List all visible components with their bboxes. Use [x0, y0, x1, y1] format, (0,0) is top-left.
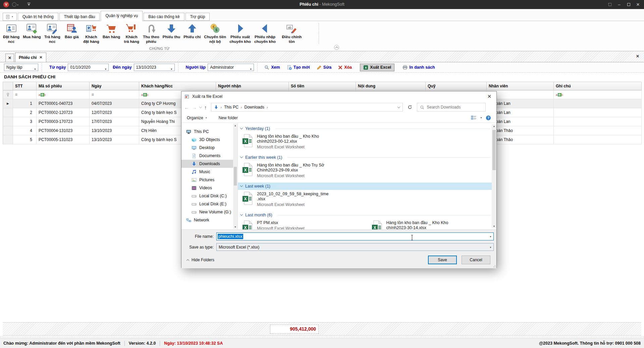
ribbon-item-phiếu-nhập-chuyển-kho[interactable]: Phiếu nhập chuyển kho [253, 23, 277, 44]
file-item[interactable]: XPT PM.xlsxMicrosoft Excel Worksheet [238, 219, 367, 229]
file-item[interactable]: XHàng tồn kho ban đầu _ Kho Khochính2023… [238, 132, 367, 154]
table-cell[interactable]: 12/07/2023 [90, 108, 139, 117]
table-cell[interactable]: PCT00004-131023 [37, 126, 90, 135]
creator-combo[interactable]: Administrator [208, 64, 254, 71]
table-cell[interactable]: 13/10/2023 [90, 135, 139, 144]
column-header-stt[interactable]: STT [13, 82, 37, 90]
column-header-người-nhận[interactable]: Người nhận [216, 82, 289, 90]
file-item[interactable]: XHàng tồn kho ban đầu _ Kho Trụ SởChính2… [238, 161, 367, 183]
ribbon-item-thu-theo-phiếu[interactable]: Thu theo phiếu [141, 23, 161, 44]
sidebar-item-local-disk-c-[interactable]: Local Disk (C:) [181, 192, 237, 200]
tab-phieu-chi[interactable]: Phiếu chi✕ [15, 53, 46, 62]
ribbon-item-điều-chỉnh-tồn[interactable]: abĐiều chỉnh tồn [277, 23, 306, 44]
group-collapse-icon[interactable] [240, 155, 243, 158]
table-cell[interactable] [554, 108, 642, 117]
save-as-type-combo[interactable]: Microsoft Excel (*.xlsx) [216, 243, 494, 251]
sidebar-item-local-disk-e-[interactable]: Local Disk (E:) [181, 200, 237, 208]
strip-close-icon[interactable]: ✕ [636, 54, 639, 59]
ribbon-item-chuyển-tiền-nội-bộ[interactable]: €$Chuyển tiền nội bộ [202, 23, 228, 44]
sidebar-item-downloads[interactable]: Downloads [181, 160, 237, 168]
help-icon[interactable]: ? [486, 115, 491, 121]
table-cell[interactable]: 04/07/2023 [90, 99, 139, 108]
breadcrumb-this-pc[interactable]: This PC [224, 105, 238, 110]
ribbon-item-bán-hàng[interactable]: Bán hàng [101, 23, 122, 40]
group-collapse-icon[interactable] [240, 127, 243, 129]
table-cell[interactable] [554, 99, 642, 108]
group-collapse-icon[interactable] [240, 213, 243, 216]
ribbon-item-khách-đặt-hàng[interactable]: Khách đặt hàng [82, 23, 101, 44]
ribbon-item-phiếu-xuất-chuyển-kho[interactable]: Phiếu xuất chuyển kho [228, 23, 253, 44]
table-cell[interactable] [554, 126, 642, 135]
search-input[interactable]: Search Downloads [417, 103, 486, 112]
table-cell[interactable]: PCT00003-170723 [37, 117, 90, 126]
row-indicator-cell[interactable] [3, 126, 13, 135]
table-cell[interactable]: Kế toán Thảo [487, 126, 554, 135]
sidebar-scrollbar[interactable]: ▲▼ [233, 124, 237, 229]
breadcrumb-downloads[interactable]: Downloads [245, 105, 264, 110]
dialog-close-icon[interactable]: ✕ [482, 91, 496, 101]
column-header-ngày[interactable]: Ngày [90, 82, 139, 90]
row-indicator-cell[interactable] [3, 108, 13, 117]
forward-icon[interactable]: → [192, 105, 197, 110]
delete-button[interactable]: Xóa [338, 65, 352, 70]
filter-cell[interactable]: aBc [37, 90, 90, 99]
ribbon-item-khách-trả-hàng[interactable]: Khách trả hàng [122, 23, 141, 44]
print-list-button[interactable]: In danh sách [402, 65, 435, 70]
group-collapse-icon[interactable] [240, 184, 243, 187]
file-group-header[interactable]: Yesterday (1) [238, 125, 496, 132]
sidebar-item-videos[interactable]: Videos [181, 184, 237, 192]
up-icon[interactable]: ↑ [204, 105, 207, 110]
table-cell[interactable]: 5 [13, 135, 37, 144]
refresh-icon[interactable] [406, 103, 414, 112]
sidebar-item-this-pc[interactable]: This PC [181, 128, 237, 136]
menu-tab-thiết-lập-ban-đầu[interactable]: Thiết lập ban đầu [59, 13, 100, 21]
ribbon-item-phiếu-thu[interactable]: Phiếu thu [161, 23, 182, 40]
edit-button[interactable]: Sửa [317, 65, 331, 70]
to-date-combo[interactable]: 13/10/2023 [134, 64, 175, 71]
create-button[interactable]: Tạo mới [287, 65, 310, 70]
ribbon-item-phiếu-chi[interactable]: Phiếu chi [182, 23, 202, 40]
menu-tab-quản-trị-hệ-thống[interactable]: Quản trị hệ thống [18, 13, 58, 21]
table-cell[interactable]: 4 [13, 126, 37, 135]
tab-close-icon[interactable]: ✕ [39, 55, 42, 60]
table-cell[interactable]: Kế toán Lan [487, 117, 554, 126]
view-mode-icon[interactable] [471, 115, 477, 120]
column-header-số-tiền[interactable]: Số tiền [289, 82, 356, 90]
resize-grip[interactable] [492, 264, 496, 268]
view-button[interactable]: Xem [264, 65, 280, 70]
ribbon-item-mua-hàng[interactable]: Mua hàng [21, 23, 43, 40]
menu-list-icon[interactable]: ▼ [3, 13, 17, 21]
sidebar-item-network[interactable]: Network [181, 216, 237, 224]
table-cell[interactable]: PCT00002-120723 [37, 108, 90, 117]
filter-cell[interactable]: = [13, 90, 37, 99]
address-dropdown-icon[interactable] [397, 105, 400, 108]
row-indicator-cell[interactable] [3, 135, 13, 144]
file-item[interactable]: X2023_10_02_09_59_58_keeping_time.xlsxMi… [238, 190, 367, 211]
table-cell[interactable]: Kế toán Lan [487, 99, 554, 108]
column-header-nhân-viên[interactable]: Nhân viên [487, 82, 554, 90]
file-group-header[interactable]: Last month (6) [238, 211, 496, 219]
save-button[interactable]: Save [428, 256, 457, 264]
filter-mode-combo[interactable]: Ngày lập [4, 64, 38, 71]
row-indicator-cell[interactable] [3, 117, 13, 126]
column-header-ghi-chú[interactable]: Ghi chú [554, 82, 642, 90]
table-cell[interactable] [554, 117, 642, 126]
table-cell[interactable]: 3 [13, 117, 37, 126]
filter-cell[interactable]: aBc [554, 90, 642, 99]
export-excel-button[interactable]: XXuất Excel [360, 64, 394, 71]
table-cell[interactable]: Kế toán Lan [487, 108, 554, 117]
table-cell[interactable]: Kế toán Thảo [487, 135, 554, 144]
table-cell[interactable]: PCT00005-131023 [37, 135, 90, 144]
sidebar-item-3d-objects[interactable]: 3D Objects [181, 136, 237, 144]
sidebar-item-documents[interactable]: Documents [181, 152, 237, 160]
column-header-khách-hàng/ncc[interactable]: Khách hàng/Ncc [139, 82, 216, 90]
fit-screen-icon[interactable] [605, 0, 614, 9]
column-header-quỹ[interactable]: Quỹ [426, 82, 487, 90]
sidebar-item-music[interactable]: Music [181, 168, 237, 176]
filter-cell[interactable] [3, 90, 13, 99]
column-header-nội-dung[interactable]: Nội dung [356, 82, 426, 90]
close-all-tab-button[interactable]: ✕ [5, 54, 14, 62]
table-cell[interactable]: 13/10/2023 [90, 126, 139, 135]
file-item[interactable]: XHàng tồn kho ban đầu _ Kho Khochính2023… [367, 219, 497, 229]
breadcrumb[interactable]: › This PC › Downloads › [211, 103, 403, 112]
